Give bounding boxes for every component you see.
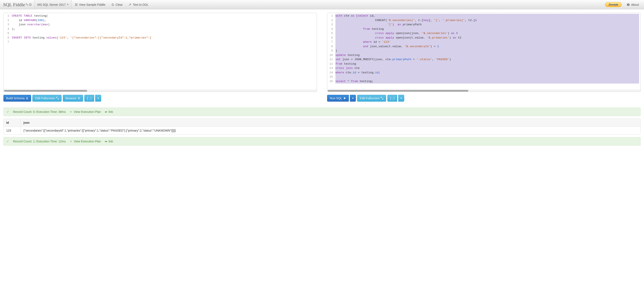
- query-panel: 12345678910111213141516 with cte as (sel…: [327, 13, 640, 102]
- code-line[interactable]: CREATE TABLE testing(: [12, 14, 316, 18]
- format-label-2: [ ; ]: [390, 97, 394, 100]
- permalink-label-1: link: [108, 110, 113, 114]
- build-schema-button[interactable]: Build Schema: [4, 95, 31, 102]
- status-summary-1: Record Count: 0; Execution Time: 38ms: [13, 110, 66, 114]
- code-line[interactable]: update testing: [336, 53, 639, 58]
- text-to-ddl-label: Text to DDL: [133, 3, 148, 6]
- play-icon: [344, 97, 346, 100]
- edit-fullscreen-label-2: Edit Fullscreen: [360, 97, 380, 100]
- browser-label: Browser: [66, 97, 76, 100]
- db-selector-dropdown[interactable]: MS SQL Server 2017: [34, 0, 72, 9]
- code-line[interactable]: INSERT INTO testing values('123', '{"sec…: [12, 36, 316, 40]
- results-header-row: idjson: [4, 119, 640, 127]
- plus-icon: ＋: [70, 140, 72, 143]
- run-sql-label: Run SQL: [330, 97, 342, 100]
- format-label: [ ; ]: [87, 97, 91, 100]
- clear-button[interactable]: Clear: [108, 0, 126, 9]
- code-line[interactable]: from testing: [336, 62, 639, 66]
- table-cell: 123: [4, 127, 21, 134]
- brand[interactable]: SQL Fiddle ✎⚙: [2, 2, 34, 7]
- view-plan-label-2: View Execution Plan: [74, 140, 101, 143]
- clear-label: Clear: [116, 3, 123, 6]
- brand-text: SQL Fiddle: [3, 2, 25, 7]
- svg-rect-1: [75, 4, 78, 5]
- expand-icon: [56, 97, 59, 100]
- status-summary-2: Record Count: 1; Execution Time: 12ms: [13, 140, 66, 143]
- format-query-dropdown[interactable]: [398, 95, 404, 102]
- edit-fullscreen-query-button[interactable]: Edit Fullscreen: [357, 95, 386, 102]
- schema-hscroll-thumb[interactable]: [4, 90, 87, 92]
- svg-rect-2: [75, 5, 78, 6]
- edit-fullscreen-schema-button[interactable]: Edit Fullscreen: [32, 95, 62, 102]
- code-line[interactable]: CONCAT('$.secondaries[', t.[key], ']', '…: [336, 18, 639, 23]
- query-editor[interactable]: 12345678910111213141516 with cte as (sel…: [327, 13, 640, 92]
- share-icon: ➦: [105, 110, 107, 114]
- chevron-down-icon: [352, 98, 354, 99]
- download-icon: [26, 97, 28, 100]
- wrench-icon: [129, 3, 132, 6]
- run-sql-button[interactable]: Run SQL: [327, 95, 349, 102]
- donate-button[interactable]: Donate: [605, 2, 622, 7]
- table-cell: {"secondaries":[{"secondaryId":1,"primar…: [21, 127, 640, 134]
- tree-icon: [78, 97, 80, 100]
- chevron-down-icon: [400, 98, 402, 99]
- info-icon: [627, 3, 630, 6]
- plus-icon: ＋: [70, 110, 72, 114]
- code-line[interactable]: cross join cte: [336, 66, 639, 71]
- query-lines[interactable]: with cte as (select id, CONCAT('$.second…: [334, 13, 640, 90]
- browser-button[interactable]: Browser: [63, 95, 83, 102]
- code-line[interactable]: [336, 75, 639, 79]
- about-button[interactable]: About: [624, 0, 642, 9]
- svg-point-5: [628, 3, 628, 4]
- schema-panel: 1234567 CREATE TABLE testing( id VARCHAR…: [4, 13, 317, 102]
- code-line[interactable]: );: [12, 27, 316, 31]
- brand-icon: ✎⚙: [25, 2, 32, 7]
- schema-lines[interactable]: CREATE TABLE testing( id VARCHAR(100), j…: [10, 13, 317, 90]
- share-icon: ➦: [105, 140, 107, 143]
- edit-fullscreen-label: Edit Fullscreen: [35, 97, 55, 100]
- query-hscroll[interactable]: [327, 90, 640, 92]
- schema-code-area[interactable]: 1234567 CREATE TABLE testing( id VARCHAR…: [4, 13, 317, 90]
- table-row: 123{"secondaries":[{"secondaryId":1,"pri…: [4, 127, 640, 134]
- svg-rect-0: [75, 3, 78, 4]
- code-line[interactable]: set json = JSON_MODIFY(json, cte.primary…: [336, 57, 639, 62]
- svg-rect-4: [628, 4, 629, 5]
- code-line[interactable]: [12, 31, 316, 36]
- view-plan-link-1[interactable]: ＋ View Execution Plan: [70, 110, 101, 114]
- code-line[interactable]: ']') as primaryPath: [336, 22, 639, 27]
- schema-hscroll[interactable]: [4, 90, 317, 92]
- format-query-button[interactable]: [ ; ]: [388, 95, 397, 102]
- permalink-2[interactable]: ➦ link: [105, 140, 113, 143]
- format-schema-button[interactable]: [ ; ]: [84, 95, 94, 102]
- code-line[interactable]: select * from testing;: [336, 79, 639, 84]
- refresh-icon: [112, 3, 114, 6]
- column-header: json: [21, 119, 640, 127]
- code-line[interactable]: [12, 40, 316, 44]
- code-line[interactable]: where id = '123': [336, 40, 639, 44]
- navbar: SQL Fiddle ✎⚙ MS SQL Server 2017 View Sa…: [0, 0, 644, 9]
- view-sample-fiddle[interactable]: View Sample Fiddle: [72, 0, 108, 9]
- code-line[interactable]: from testing: [336, 27, 639, 31]
- chevron-down-icon: [67, 4, 68, 5]
- code-line[interactable]: ): [336, 49, 639, 53]
- query-code-area[interactable]: 12345678910111213141516 with cte as (sel…: [327, 13, 640, 90]
- code-line[interactable]: json nvarchar(max): [12, 22, 316, 27]
- code-line[interactable]: with cte as (select id,: [336, 14, 639, 18]
- view-sample-label: View Sample Fiddle: [79, 3, 105, 6]
- chevron-down-icon: [97, 98, 99, 99]
- permalink-1[interactable]: ➦ link: [105, 110, 113, 114]
- code-line[interactable]: and json_value(t.value, '$.secondaryId')…: [336, 44, 639, 49]
- query-hscroll-thumb[interactable]: [328, 90, 468, 92]
- schema-gutter: 1234567: [4, 13, 10, 90]
- code-line[interactable]: cross apply openjson(json, '$.secondarie…: [336, 31, 639, 36]
- schema-editor[interactable]: 1234567 CREATE TABLE testing( id VARCHAR…: [4, 13, 317, 92]
- code-line[interactable]: cross apply openjson(t.value, '$.primari…: [336, 36, 639, 40]
- text-to-ddl[interactable]: Text to DDL: [126, 0, 152, 9]
- code-line[interactable]: where cte.id = testing.id;: [336, 71, 639, 75]
- format-schema-dropdown[interactable]: [95, 95, 101, 102]
- run-sql-dropdown[interactable]: [350, 95, 356, 102]
- code-line[interactable]: id VARCHAR(100),: [12, 18, 316, 23]
- results-body: 123{"secondaries":[{"secondaryId":1,"pri…: [4, 127, 640, 134]
- status-bar-1: ✔ Record Count: 0; Execution Time: 38ms …: [4, 108, 640, 116]
- view-plan-link-2[interactable]: ＋ View Execution Plan: [70, 140, 101, 143]
